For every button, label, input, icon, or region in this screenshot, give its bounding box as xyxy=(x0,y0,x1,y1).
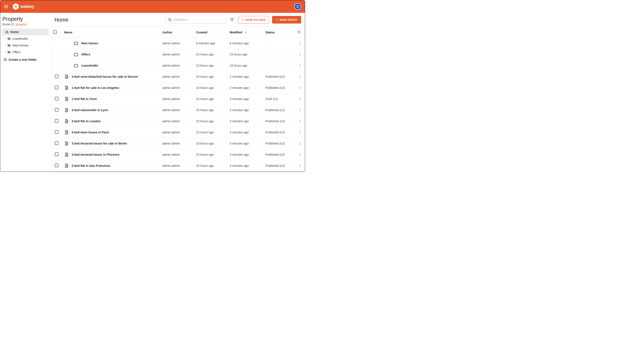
row-name: 1 bed flat for sale in Los Angeles xyxy=(72,86,119,90)
row-status: Published (v2) xyxy=(263,82,295,94)
row-status: Published (v2) xyxy=(263,138,295,149)
row-checkbox[interactable] xyxy=(55,152,59,156)
power-icon xyxy=(296,4,300,8)
row-status: Published (v2) xyxy=(263,116,295,127)
file-icon xyxy=(64,96,69,101)
row-status: Published (v2) xyxy=(263,160,295,172)
svg-point-59 xyxy=(300,143,300,144)
row-modified: 4 minutes ago xyxy=(228,160,263,172)
row-checkbox[interactable] xyxy=(55,74,59,78)
new-entry-button[interactable]: + New Entry xyxy=(272,16,301,24)
file-icon xyxy=(64,141,69,146)
column-created-header[interactable]: Created xyxy=(194,27,228,38)
row-actions-button[interactable] xyxy=(297,85,302,90)
table-row[interactable]: 4 bed flat in Londonadmin admin23 hours … xyxy=(51,116,305,127)
row-actions-button[interactable] xyxy=(297,41,302,46)
table-row[interactable]: 1 bed flat in Turinadmin admin23 hours a… xyxy=(51,94,305,104)
row-actions-button[interactable] xyxy=(297,152,302,157)
folder-icon xyxy=(7,50,11,54)
column-name-header[interactable]: Name xyxy=(62,27,160,38)
row-checkbox[interactable] xyxy=(55,141,59,145)
row-checkbox[interactable] xyxy=(55,108,59,112)
row-author: admin admin xyxy=(160,94,194,104)
row-actions-button[interactable] xyxy=(297,52,302,57)
svg-line-6 xyxy=(171,20,172,21)
topbar: w webiny xyxy=(0,0,305,13)
table-row[interactable]: New homesadmin admin6 minutes ago6 minut… xyxy=(51,38,305,49)
row-actions-button[interactable] xyxy=(297,119,302,124)
column-modified-header[interactable]: Modified xyxy=(228,27,263,38)
row-checkbox[interactable] xyxy=(55,130,59,134)
row-author: admin admin xyxy=(160,138,194,149)
row-author: admin admin xyxy=(160,127,194,138)
search-input[interactable] xyxy=(174,18,224,22)
svg-point-12 xyxy=(300,44,300,45)
row-author: admin admin xyxy=(160,172,194,172)
svg-rect-37 xyxy=(55,108,58,111)
table-row[interactable]: 3 bed terraced house for sale in Berlina… xyxy=(51,138,305,149)
menu-button[interactable] xyxy=(4,5,8,8)
table-row[interactable]: 4 bed town house in Parisadmin admin23 h… xyxy=(51,127,305,138)
folder-icon xyxy=(7,43,11,48)
file-icon xyxy=(64,164,69,168)
row-author: admin admin xyxy=(160,60,194,71)
svg-rect-19 xyxy=(55,75,58,78)
gear-icon xyxy=(297,30,301,34)
row-actions-button[interactable] xyxy=(297,130,302,135)
file-icon xyxy=(64,86,69,90)
search-box[interactable] xyxy=(166,16,226,24)
row-author: admin admin xyxy=(160,49,194,60)
row-created: 23 hours ago xyxy=(194,82,228,94)
sidebar-item-offers[interactable]: Offers xyxy=(2,49,49,56)
row-actions-button[interactable] xyxy=(297,63,302,68)
model-id-line: Model ID: property xyxy=(2,23,49,26)
row-created: 23 hours ago xyxy=(194,138,228,149)
row-checkbox[interactable] xyxy=(55,86,59,89)
new-folder-button[interactable]: + New Folder xyxy=(238,16,269,24)
svg-point-41 xyxy=(300,110,300,110)
folder-icon xyxy=(74,52,78,57)
sidebar-item-new-homes[interactable]: New homes xyxy=(2,42,49,49)
filter-icon xyxy=(230,18,234,22)
table-row[interactable]: 3 bed terraced house in Manchesteradmin … xyxy=(51,172,305,172)
row-created: 23 hours ago xyxy=(194,160,228,172)
sidebar-item-leaseholds[interactable]: Leaseholds xyxy=(2,35,49,42)
filter-button[interactable] xyxy=(229,17,235,23)
row-actions-button[interactable] xyxy=(297,108,302,112)
svg-point-72 xyxy=(300,166,300,167)
table-row[interactable]: 1 bed flat for sale in Los Angelesadmin … xyxy=(51,82,305,94)
profile-button[interactable] xyxy=(294,3,301,10)
table-row[interactable]: Leaseholdsadmin admin23 hours ago23 hour… xyxy=(51,60,305,71)
svg-point-15 xyxy=(300,55,300,56)
table-row[interactable]: 2 bed maisonette in Lyonadmin admin23 ho… xyxy=(51,104,305,116)
svg-point-22 xyxy=(300,75,300,76)
row-checkbox[interactable] xyxy=(55,119,59,123)
chevron-right-icon xyxy=(4,38,7,40)
table-row[interactable]: 4 bed semi-detached house for sale in De… xyxy=(51,71,305,82)
brand-logo[interactable]: w webiny xyxy=(13,3,34,10)
row-modified: 5 minutes ago xyxy=(228,172,263,172)
row-actions-button[interactable] xyxy=(297,141,302,146)
column-author-header[interactable]: Author xyxy=(160,27,194,38)
table-row[interactable]: 3 bed terraced house in Florenceadmin ad… xyxy=(51,149,305,160)
create-folder-button[interactable]: Create a new folder xyxy=(2,57,49,62)
svg-point-18 xyxy=(300,66,300,67)
column-status-header[interactable]: Status xyxy=(263,27,295,38)
sidebar-item-home[interactable]: Home xyxy=(2,28,49,35)
select-all-checkbox[interactable] xyxy=(53,30,57,34)
row-checkbox[interactable] xyxy=(55,164,59,167)
model-id-value[interactable]: property xyxy=(16,23,27,26)
row-modified: 2 minutes ago xyxy=(228,82,263,94)
table-row[interactable]: 2 bed flat in San Franciscoadmin admin23… xyxy=(51,160,305,172)
main-area: Home + New Folder + New Ent xyxy=(51,13,305,172)
row-actions-button[interactable] xyxy=(297,96,302,102)
row-checkbox[interactable] xyxy=(55,97,59,100)
table-row[interactable]: Offersadmin admin23 hours ago23 hours ag… xyxy=(51,49,305,60)
row-actions-button[interactable] xyxy=(297,163,302,168)
row-author: admin admin xyxy=(160,104,194,116)
row-actions-button[interactable] xyxy=(297,74,302,79)
svg-point-23 xyxy=(300,76,300,77)
svg-point-9 xyxy=(299,32,300,32)
table-settings-button[interactable] xyxy=(297,30,301,34)
svg-point-47 xyxy=(300,121,300,122)
